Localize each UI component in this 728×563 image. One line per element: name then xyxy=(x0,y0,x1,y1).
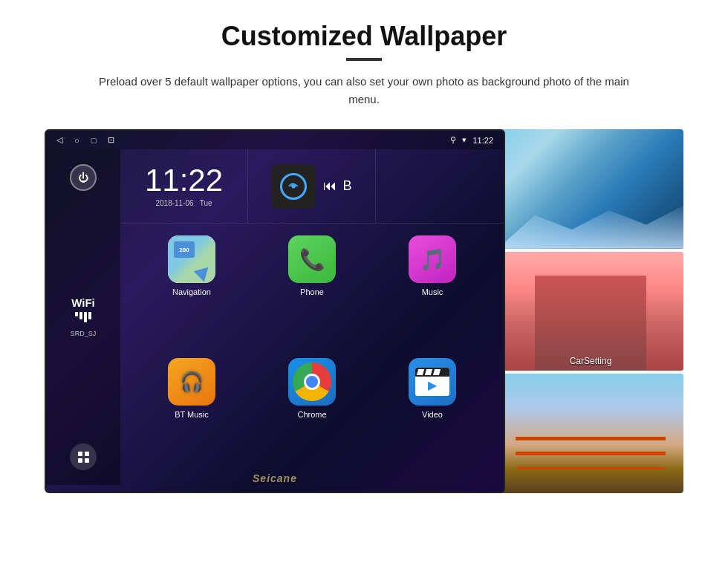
app-label-video: Video xyxy=(422,410,443,419)
media-icon-box xyxy=(271,164,316,209)
video-play-icon: ▶ xyxy=(428,378,437,392)
prev-track-icon[interactable]: ⏮ xyxy=(323,178,337,194)
screen-main: ⏻ WiFi SRD_SJ xyxy=(46,149,504,485)
clock-block: 11:22 2018-11-06 Tue xyxy=(120,149,248,223)
wallpaper-bridge[interactable] xyxy=(498,374,683,493)
wifi-label: WiFi xyxy=(71,296,97,309)
wifi-bar-4 xyxy=(88,312,91,319)
home-icon[interactable]: ○ xyxy=(74,136,79,145)
chrome-icon xyxy=(288,358,336,406)
apps-button[interactable] xyxy=(70,443,97,470)
clock-day: Tue xyxy=(200,199,212,207)
page-title: Customized Wallpaper xyxy=(221,21,507,52)
clock-date: 2018-11-06 Tue xyxy=(155,199,212,207)
status-time: 11:22 xyxy=(472,136,493,145)
recent-icon[interactable]: □ xyxy=(91,136,97,145)
music-icon: 🎵 xyxy=(409,235,456,283)
screenshot-icon[interactable]: ⊡ xyxy=(108,135,114,145)
apps-grid-icon xyxy=(78,452,89,463)
wifi-bars xyxy=(71,312,97,322)
title-divider xyxy=(346,58,382,61)
back-icon[interactable]: ◁ xyxy=(56,135,62,145)
app-item-btmusic[interactable]: 🎧 BT Music xyxy=(135,358,248,473)
app-item-navigation[interactable]: 280 Navigation xyxy=(135,235,248,351)
screen-content: 11:22 2018-11-06 Tue xyxy=(120,149,504,485)
app-item-chrome[interactable]: Chrome xyxy=(256,358,368,473)
strip-mark xyxy=(425,369,432,375)
app-label-btmusic: BT Music xyxy=(175,410,209,419)
strip-mark xyxy=(433,369,441,375)
page-container: Customized Wallpaper Preload over 5 defa… xyxy=(0,0,728,563)
clock-time: 11:22 xyxy=(145,165,223,196)
clock-date-value: 2018-11-06 xyxy=(155,199,193,207)
dot xyxy=(78,458,82,463)
top-info-bar: 11:22 2018-11-06 Tue xyxy=(120,149,504,224)
bluetooth-symbol: 🎧 xyxy=(180,371,204,394)
video-strip xyxy=(415,368,449,377)
dot xyxy=(78,452,82,456)
wifi-ssid: SRD_SJ xyxy=(71,330,97,337)
wallpaper-thumbnails: CarSetting xyxy=(498,129,683,493)
nav-sign: 280 xyxy=(174,241,195,258)
media-block: ⏮ B xyxy=(248,149,376,223)
app-item-phone[interactable]: 📞 Phone xyxy=(256,235,368,351)
status-bar-left: ◁ ○ □ ⊡ xyxy=(56,135,114,145)
wifi-bar-1 xyxy=(75,312,78,316)
watermark: Seicane xyxy=(253,472,297,484)
media-controls: ⏮ B xyxy=(323,178,351,194)
btmusic-icon: 🎧 xyxy=(168,358,215,406)
chrome-inner xyxy=(304,374,320,390)
video-clapboard: ▶ xyxy=(415,368,449,396)
extra-block xyxy=(376,149,504,223)
strip-mark xyxy=(417,369,424,375)
media-wifi-symbol xyxy=(280,173,307,200)
status-bar-right: ⚲ ▾ 11:22 xyxy=(450,135,493,145)
left-sidebar: ⏻ WiFi SRD_SJ xyxy=(46,149,120,485)
track-letter: B xyxy=(342,178,351,194)
navigation-icon: 280 xyxy=(168,235,215,283)
wallpaper-glacier[interactable] xyxy=(498,129,683,249)
page-description: Preload over 5 default wallpaper options… xyxy=(97,73,631,108)
phone-icon: 📞 xyxy=(288,235,336,283)
screen-wrapper: ◁ ○ □ ⊡ ⚲ ▾ 11:22 ⏻ WiFi xyxy=(45,129,683,501)
app-label-phone: Phone xyxy=(300,287,324,296)
app-item-video[interactable]: ▶ Video xyxy=(376,358,489,473)
status-bar: ◁ ○ □ ⊡ ⚲ ▾ 11:22 xyxy=(46,131,504,149)
location-icon: ⚲ xyxy=(450,135,456,145)
wifi-bar-3 xyxy=(84,312,87,322)
dot xyxy=(85,458,89,463)
app-label-navigation: Navigation xyxy=(172,287,211,296)
dot xyxy=(85,452,89,456)
video-icon: ▶ xyxy=(409,358,456,406)
android-screen: ◁ ○ □ ⊡ ⚲ ▾ 11:22 ⏻ WiFi xyxy=(45,129,505,493)
app-grid: 280 Navigation 📞 Phone xyxy=(120,224,504,485)
power-button[interactable]: ⏻ xyxy=(70,164,97,191)
chrome-outer xyxy=(293,362,331,401)
app-label-music: Music xyxy=(422,287,443,296)
wallpaper-building[interactable]: CarSetting xyxy=(498,252,683,371)
signal-icon: ▾ xyxy=(462,135,467,145)
app-item-music[interactable]: 🎵 Music xyxy=(376,235,489,351)
carsetting-label: CarSetting xyxy=(498,356,683,366)
app-label-chrome: Chrome xyxy=(297,410,326,419)
wifi-info: WiFi SRD_SJ xyxy=(71,296,97,339)
wifi-bar-2 xyxy=(79,312,82,319)
